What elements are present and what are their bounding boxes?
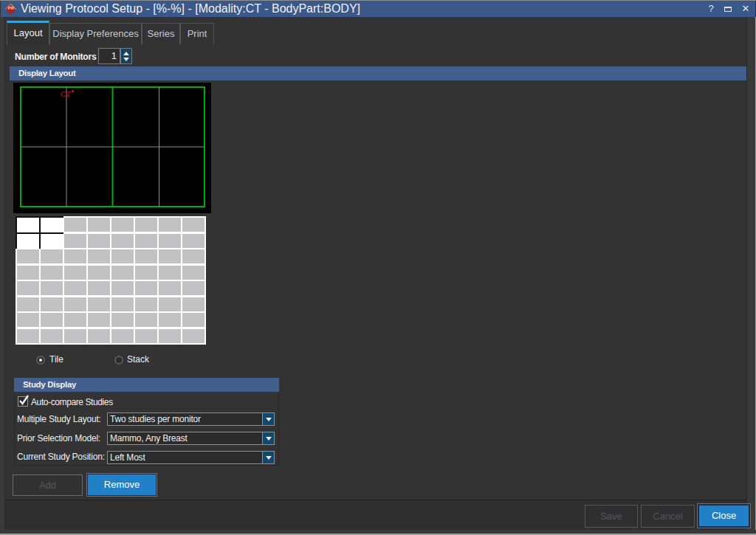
- svg-text:CT: CT: [61, 89, 71, 98]
